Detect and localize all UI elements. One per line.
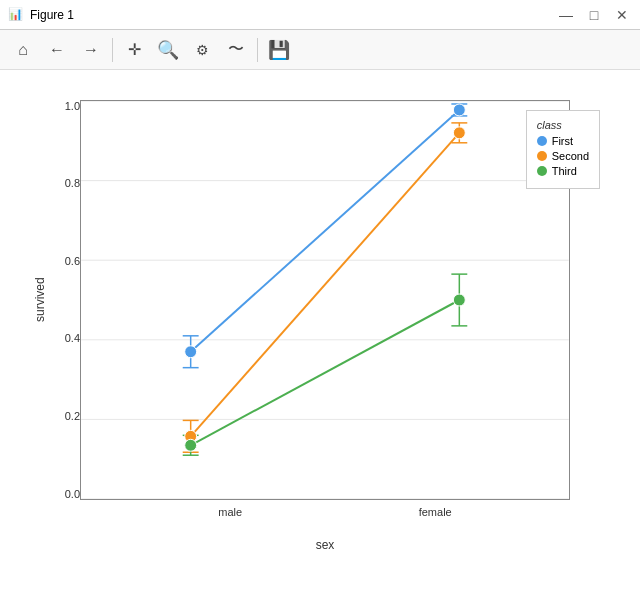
legend-dot-first [537,136,547,146]
home-button[interactable]: ⌂ [8,35,38,65]
svg-line-7 [191,132,460,435]
legend-label-second: Second [552,150,589,162]
svg-point-32 [453,294,465,306]
svg-point-27 [185,345,197,357]
toolbar: ⌂ ← → ✛ 🔍 ⚙ 〜 💾 [0,30,640,70]
y-tick-6: 0.6 [48,255,80,267]
y-tick-labels: 0.0 0.2 0.4 0.6 0.8 1.0 [48,100,80,500]
title-bar: 📊 Figure 1 — □ ✕ [0,0,640,30]
y-tick-10: 1.0 [48,100,80,112]
legend-item-first: First [537,135,589,147]
svg-line-6 [191,109,460,351]
toolbar-separator [112,38,113,62]
svg-line-8 [191,300,460,445]
window-title: Figure 1 [30,8,74,22]
back-button[interactable]: ← [42,35,72,65]
maximize-button[interactable]: □ [584,5,604,25]
legend-dot-third [537,166,547,176]
x-tick-male: male [218,506,242,518]
y-tick-4: 0.4 [48,332,80,344]
legend-title: class [537,119,589,131]
chart-container: survived 0.0 0.2 0.4 0.6 0.8 1.0 [30,90,610,580]
y-tick-8: 0.8 [48,177,80,189]
chart-svg [80,100,570,500]
svg-point-28 [453,103,465,115]
legend-label-third: Third [552,165,577,177]
svg-point-31 [185,439,197,451]
svg-point-30 [453,126,465,138]
title-bar-left: 📊 Figure 1 [8,7,74,23]
y-axis-label: survived [30,100,50,500]
app-icon: 📊 [8,7,24,23]
y-tick-0: 0.0 [48,488,80,500]
legend-box: class First Second Third [526,110,600,189]
pan-button[interactable]: ✛ [119,35,149,65]
plot-area: survived 0.0 0.2 0.4 0.6 0.8 1.0 [0,70,640,589]
legend-label-first: First [552,135,573,147]
x-tick-labels: male female [80,506,570,518]
toolbar-separator-2 [257,38,258,62]
title-bar-controls: — □ ✕ [556,5,632,25]
forward-button[interactable]: → [76,35,106,65]
x-axis-label: sex [80,535,570,555]
legend-dot-second [537,151,547,161]
x-tick-female: female [419,506,452,518]
zoom-button[interactable]: 🔍 [153,35,183,65]
y-tick-2: 0.2 [48,410,80,422]
legend-item-third: Third [537,165,589,177]
save-button[interactable]: 💾 [264,35,294,65]
legend-item-second: Second [537,150,589,162]
chart-button[interactable]: 〜 [221,35,251,65]
minimize-button[interactable]: — [556,5,576,25]
settings-button[interactable]: ⚙ [187,35,217,65]
close-button[interactable]: ✕ [612,5,632,25]
